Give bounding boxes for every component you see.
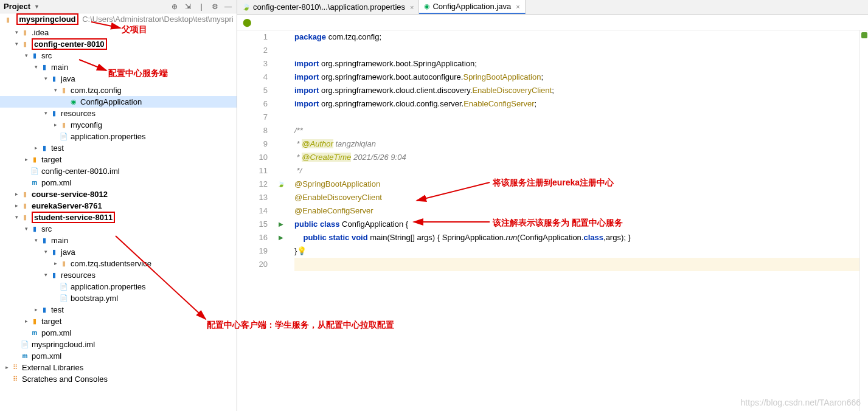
code-line[interactable] bbox=[294, 258, 859, 271]
expand-icon[interactable]: ▾ bbox=[22, 226, 30, 232]
tree-node[interactable]: ▾▮java bbox=[0, 246, 237, 258]
tree-node[interactable]: ▾▮com.tzq.config bbox=[0, 85, 237, 96]
tree-node[interactable]: ·◉ConfigApplication bbox=[0, 96, 237, 108]
code-line[interactable] bbox=[294, 44, 859, 57]
expand-icon[interactable]: · bbox=[22, 179, 30, 185]
code-line[interactable]: import org.springframework.cloud.config.… bbox=[294, 97, 859, 111]
code-line[interactable]: }💡 bbox=[294, 244, 859, 258]
tree-node[interactable]: ▾▮main bbox=[0, 235, 237, 246]
tree-node[interactable]: ·mpom.xml bbox=[0, 327, 237, 339]
code-line[interactable]: @SpringBootApplication bbox=[294, 178, 859, 191]
expand-icon[interactable]: ▸ bbox=[51, 260, 60, 266]
tree-node[interactable]: ▸▮test bbox=[0, 304, 237, 316]
run-icon[interactable]: ▶ bbox=[279, 218, 283, 231]
tree-node[interactable]: ▾▮resources bbox=[0, 108, 237, 119]
sidebar-title[interactable]: Project bbox=[4, 2, 30, 11]
expand-icon[interactable]: · bbox=[22, 168, 30, 174]
expand-icon[interactable]: · bbox=[51, 133, 60, 139]
code-line[interactable] bbox=[294, 111, 859, 124]
tree-node[interactable]: ▾▮main bbox=[0, 61, 237, 73]
code-line[interactable]: * @CreateTime 2021/5/26 9:04 bbox=[294, 151, 859, 164]
expand-icon[interactable]: ▾ bbox=[51, 87, 60, 93]
target-icon[interactable]: ⊕ bbox=[170, 2, 179, 12]
close-icon[interactable]: × bbox=[516, 3, 519, 10]
expand-icon[interactable]: ▾ bbox=[41, 272, 50, 278]
expand-icon[interactable]: ▸ bbox=[22, 156, 30, 162]
expand-icon[interactable]: ▸ bbox=[2, 364, 11, 370]
expand-icon[interactable]: ▸ bbox=[22, 318, 30, 324]
tree-node[interactable]: ·📄bootstrap.yml bbox=[0, 292, 237, 304]
tree-node[interactable]: ·📄config-center-8010.iml bbox=[0, 165, 237, 177]
code-line[interactable]: import org.springframework.boot.autoconf… bbox=[294, 71, 859, 84]
hide-icon[interactable]: — bbox=[223, 2, 233, 12]
expand-icon[interactable]: · bbox=[61, 98, 69, 105]
code-line[interactable]: public class ConfigApplication { bbox=[294, 218, 859, 231]
code-line[interactable]: * @Author tangzhiqian bbox=[294, 137, 859, 151]
expand-icon[interactable]: ▾ bbox=[41, 75, 50, 81]
close-icon[interactable]: × bbox=[410, 4, 414, 11]
tree-node[interactable]: ▸▮eurekaServer-8761 bbox=[0, 200, 237, 212]
expand-icon[interactable]: · bbox=[2, 376, 11, 382]
tree-node[interactable]: ·mpom.xml bbox=[0, 350, 237, 362]
code-line[interactable]: import org.springframework.boot.SpringAp… bbox=[294, 57, 859, 71]
expand-icon[interactable]: · bbox=[51, 295, 60, 301]
gear-icon[interactable]: ⚙ bbox=[210, 2, 220, 12]
tree-node[interactable]: ▸▮target bbox=[0, 316, 237, 327]
tree-node[interactable]: ▸▮com.tzq.studentservice bbox=[0, 258, 237, 269]
project-tree[interactable]: ▾▮.idea▾▮config-center-8010▾▮src▾▮main▾▮… bbox=[0, 26, 237, 412]
code-body[interactable]: package com.tzq.config;import org.spring… bbox=[288, 30, 859, 411]
editor-tab[interactable]: 🍃config-center-8010\...\application.prop… bbox=[237, 0, 419, 14]
expand-icon[interactable]: ▾ bbox=[41, 249, 50, 255]
expand-icon[interactable]: ▾ bbox=[12, 29, 21, 35]
project-path[interactable]: ▮ myspringcloud C:\Users\Administrator\D… bbox=[0, 13, 237, 26]
tree-node[interactable]: ▾▮java bbox=[0, 73, 237, 85]
expand-icon[interactable]: ▾ bbox=[12, 214, 21, 220]
expand-icon[interactable]: · bbox=[51, 283, 60, 289]
dropdown-icon[interactable]: ▼ bbox=[34, 4, 40, 10]
run-icon[interactable]: ▶ bbox=[279, 231, 283, 244]
expand-icon[interactable]: ▾ bbox=[12, 41, 21, 47]
expand-icon[interactable]: ▸ bbox=[12, 191, 21, 197]
inspect-icon[interactable]: ⬤ bbox=[242, 18, 252, 27]
tree-node[interactable]: ▾▮config-center-8010 bbox=[0, 38, 237, 50]
tree-node[interactable]: ▾▮src bbox=[0, 223, 237, 235]
expand-icon[interactable]: · bbox=[22, 330, 30, 336]
tree-node[interactable]: ·📄application.properties bbox=[0, 131, 237, 142]
code-area[interactable]: 123456789101112131415161920 🍃▶▶ package … bbox=[237, 30, 868, 411]
tree-node[interactable]: ▾▮student-service-8011 bbox=[0, 212, 237, 223]
tree-node[interactable]: ▸▮myconfig bbox=[0, 119, 237, 131]
expand-icon[interactable]: ▾ bbox=[32, 64, 40, 70]
code-line[interactable]: @EnableDiscoveryClient bbox=[294, 191, 859, 204]
tree-node[interactable]: ·📄application.properties bbox=[0, 281, 237, 292]
tree-node[interactable]: ▸⠿External Libraries bbox=[0, 362, 237, 373]
expand-icon[interactable]: ▾ bbox=[41, 110, 50, 116]
tree-node[interactable]: ▸▮target bbox=[0, 154, 237, 165]
tree-node[interactable]: ▸▮test bbox=[0, 142, 237, 154]
editor-tab[interactable]: ◉ConfigApplication.java× bbox=[419, 0, 525, 14]
tree-node[interactable]: ▾▮src bbox=[0, 50, 237, 61]
tree-node[interactable]: ·mpom.xml bbox=[0, 177, 237, 188]
tree-node[interactable]: ▾▮.idea bbox=[0, 27, 237, 38]
expand-icon[interactable]: ▸ bbox=[51, 122, 60, 128]
collapse-icon[interactable]: ⇲ bbox=[183, 2, 193, 12]
expand-icon[interactable]: ▾ bbox=[22, 52, 30, 58]
expand-icon[interactable]: ▸ bbox=[12, 202, 21, 209]
code-line[interactable]: import org.springframework.cloud.client.… bbox=[294, 84, 859, 97]
expand-icon[interactable]: · bbox=[12, 353, 21, 359]
code-line[interactable]: */ bbox=[294, 164, 859, 178]
tree-node[interactable]: ·📄myspringcloud.iml bbox=[0, 339, 237, 350]
tree-label: ConfigApplication bbox=[80, 97, 142, 106]
editor-tabbar[interactable]: 🍃config-center-8010\...\application.prop… bbox=[237, 0, 868, 15]
code-line[interactable]: /** bbox=[294, 124, 859, 137]
code-line[interactable]: package com.tzq.config; bbox=[294, 30, 859, 44]
expand-icon[interactable]: ▸ bbox=[32, 145, 40, 151]
code-line[interactable]: @EnableConfigServer bbox=[294, 204, 859, 218]
expand-icon[interactable]: · bbox=[12, 341, 21, 347]
code-line[interactable]: public static void main(String[] args) {… bbox=[294, 231, 859, 244]
tree-node[interactable]: ·⠿Scratches and Consoles bbox=[0, 373, 237, 385]
expand-icon[interactable]: ▸ bbox=[32, 306, 40, 313]
expand-icon[interactable]: ▾ bbox=[32, 237, 40, 243]
tree-node[interactable]: ▾▮resources bbox=[0, 269, 237, 281]
tree-node[interactable]: ▸▮course-service-8012 bbox=[0, 188, 237, 200]
spring-icon[interactable]: 🍃 bbox=[277, 178, 285, 191]
